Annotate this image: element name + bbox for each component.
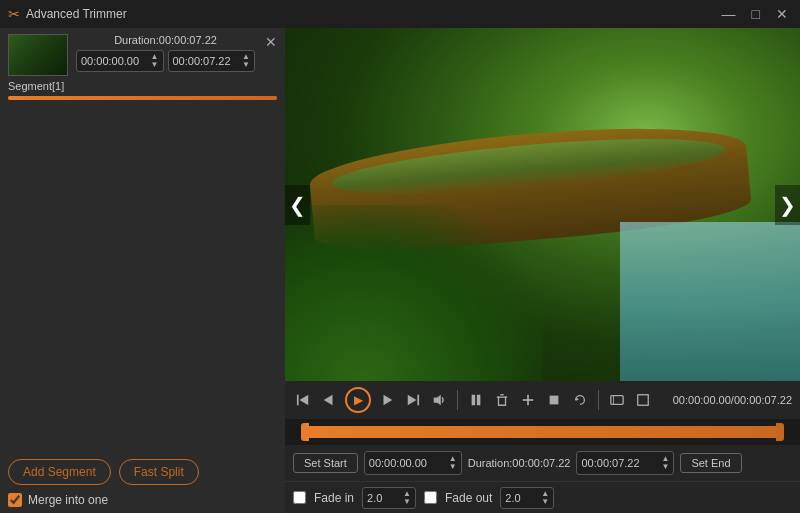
svg-marker-2 (324, 395, 333, 406)
add-button[interactable] (518, 391, 538, 409)
end-time-edit-box[interactable]: ▲ ▼ (576, 451, 674, 475)
fade-in-spin-down[interactable]: ▼ (403, 498, 411, 506)
prev-button[interactable] (319, 391, 339, 409)
svg-rect-8 (477, 395, 481, 406)
thumbnail-row: Duration:00:00:07.22 ▲ ▼ ▲ ▼ (8, 34, 277, 76)
play-icon: ▶ (354, 393, 363, 407)
title-bar: ✂ Advanced Trimmer — □ ✕ (0, 0, 800, 28)
timeline-right-handle[interactable] (776, 423, 784, 441)
set-start-button[interactable]: Set Start (293, 453, 358, 473)
end-edit-spin-down[interactable]: ▼ (661, 463, 669, 471)
svg-marker-3 (384, 395, 393, 406)
start-edit-spin-down[interactable]: ▼ (449, 463, 457, 471)
delete-button[interactable] (492, 391, 512, 409)
to-end-button[interactable] (403, 391, 423, 409)
right-panel: ❮ ❯ ▶ (285, 28, 800, 513)
end-time-edit-input[interactable] (581, 457, 661, 469)
duration-display: Duration:00:00:07.22 (468, 457, 571, 469)
timeline-fill (301, 426, 784, 438)
next-frame-button[interactable]: ❯ (775, 185, 800, 225)
segment-list (8, 108, 277, 459)
controls-bar: ▶ (285, 381, 800, 419)
svg-rect-16 (638, 395, 649, 406)
app-icon: ✂ (8, 6, 20, 22)
start-time-edit-input[interactable] (369, 457, 449, 469)
start-spinner: ▲ ▼ (151, 53, 159, 69)
main-layout: Duration:00:00:07.22 ▲ ▼ ▲ ▼ (0, 28, 800, 513)
fade-out-checkbox[interactable] (424, 491, 437, 504)
start-time-box[interactable]: ▲ ▼ (76, 50, 164, 72)
next-button[interactable] (377, 391, 397, 409)
segment-fill (8, 96, 277, 100)
fade-in-input[interactable] (367, 492, 403, 504)
svg-rect-12 (550, 396, 559, 405)
minimize-button[interactable]: — (718, 6, 740, 22)
to-start-button[interactable] (293, 391, 313, 409)
fade-out-spinner: ▲ ▼ (541, 490, 549, 506)
thumbnail-image (9, 35, 67, 75)
fade-out-value-box[interactable]: ▲ ▼ (500, 487, 554, 509)
video-frame (285, 28, 800, 381)
end-time-box[interactable]: ▲ ▼ (168, 50, 256, 72)
duration-label: Duration:00:00:07.22 (76, 34, 255, 46)
svg-marker-1 (300, 395, 309, 406)
thumb-info: Duration:00:00:07.22 ▲ ▼ ▲ ▼ (76, 34, 255, 72)
segment-progress-bar (8, 96, 277, 100)
merge-row: Merge into one (8, 493, 277, 507)
fullscreen-button[interactable] (633, 391, 653, 409)
start-time-edit-box[interactable]: ▲ ▼ (364, 451, 462, 475)
fade-in-value-box[interactable]: ▲ ▼ (362, 487, 416, 509)
time-display: 00:00:00.00/00:00:07.22 (673, 394, 792, 406)
prev-frame-button[interactable]: ❮ (285, 185, 310, 225)
fade-bar: Fade in ▲ ▼ Fade out ▲ ▼ (285, 481, 800, 513)
app-title: Advanced Trimmer (26, 7, 712, 21)
svg-rect-0 (297, 395, 299, 406)
close-button[interactable]: ✕ (772, 6, 792, 22)
end-time-input[interactable] (173, 55, 243, 67)
timeline-left-handle[interactable] (301, 423, 309, 441)
window-controls: — □ ✕ (718, 6, 792, 22)
stop-button[interactable] (544, 391, 564, 409)
pause-button[interactable] (466, 391, 486, 409)
svg-marker-5 (408, 395, 417, 406)
segment-buttons: Add Segment Fast Split (8, 459, 277, 485)
start-spin-down[interactable]: ▼ (151, 61, 159, 69)
fast-split-button[interactable]: Fast Split (119, 459, 199, 485)
thumb-close-button[interactable]: ✕ (265, 34, 277, 50)
add-segment-button[interactable]: Add Segment (8, 459, 111, 485)
left-bottom: Add Segment Fast Split Merge into one (8, 459, 277, 507)
merge-label: Merge into one (28, 493, 108, 507)
segment-label: Segment[1] (8, 80, 277, 92)
fade-in-spinner: ▲ ▼ (403, 490, 411, 506)
divider-2 (598, 390, 599, 410)
end-spinner: ▲ ▼ (242, 53, 250, 69)
svg-rect-14 (611, 396, 623, 405)
start-edit-spinner: ▲ ▼ (449, 455, 457, 471)
svg-rect-7 (472, 395, 476, 406)
video-thumbnail (8, 34, 68, 76)
time-inputs: ▲ ▼ ▲ ▼ (76, 50, 255, 72)
svg-rect-4 (417, 395, 419, 406)
merge-checkbox[interactable] (8, 493, 22, 507)
fade-out-input[interactable] (505, 492, 541, 504)
set-end-button[interactable]: Set End (680, 453, 741, 473)
edit-bar: Set Start ▲ ▼ Duration:00:00:07.22 ▲ ▼ S… (285, 445, 800, 481)
forest-water (620, 222, 800, 381)
fade-in-checkbox[interactable] (293, 491, 306, 504)
forest-ferns (285, 205, 543, 382)
volume-button[interactable] (429, 391, 449, 409)
fade-out-spin-down[interactable]: ▼ (541, 498, 549, 506)
end-edit-spinner: ▲ ▼ (661, 455, 669, 471)
start-time-input[interactable] (81, 55, 151, 67)
fade-in-label: Fade in (314, 491, 354, 505)
svg-marker-6 (434, 395, 441, 406)
reset-button[interactable] (570, 391, 590, 409)
maximize-button[interactable]: □ (748, 6, 764, 22)
timeline-container[interactable] (285, 419, 800, 445)
clip-mode-button[interactable] (607, 391, 627, 409)
fade-out-label: Fade out (445, 491, 492, 505)
timeline-bar[interactable] (301, 423, 784, 441)
play-button[interactable]: ▶ (345, 387, 371, 413)
divider-1 (457, 390, 458, 410)
end-spin-down[interactable]: ▼ (242, 61, 250, 69)
